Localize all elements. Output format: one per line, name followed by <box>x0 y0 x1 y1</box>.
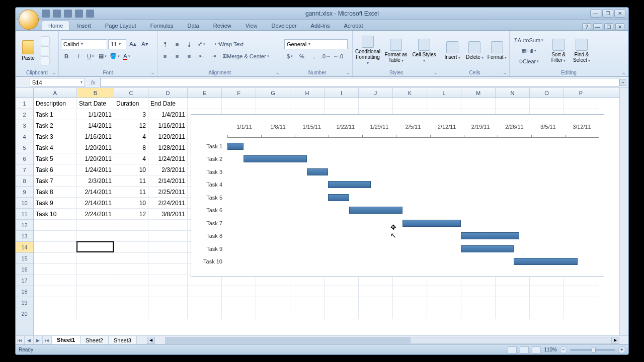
cell[interactable] <box>34 275 77 286</box>
align-right-icon[interactable]: ≡ <box>184 51 195 61</box>
hscroll-right-icon[interactable]: ▶ <box>611 337 619 344</box>
sheet-tab[interactable]: Sheet2 <box>80 336 109 344</box>
cell[interactable] <box>34 308 77 319</box>
row-header[interactable]: 18 <box>16 286 33 297</box>
cell[interactable]: End Date <box>148 98 188 109</box>
comma-icon[interactable]: , <box>308 51 319 61</box>
horizontal-scrollbar[interactable] <box>165 337 611 344</box>
row-header[interactable]: 1 <box>16 98 33 109</box>
shrink-font-icon[interactable]: A▾ <box>139 39 150 49</box>
border-button[interactable]: ▦ <box>97 51 108 61</box>
vertical-scrollbar[interactable] <box>619 88 628 335</box>
cell[interactable] <box>564 308 598 319</box>
column-header[interactable]: L <box>427 88 461 98</box>
gantt-bar[interactable] <box>461 245 514 252</box>
maximize-button[interactable]: ❐ <box>602 10 613 18</box>
cell[interactable]: 2/14/2011 <box>148 175 188 187</box>
cell[interactable]: 1/4/2011 <box>77 120 114 131</box>
cell[interactable] <box>359 286 393 297</box>
cell[interactable]: 4 <box>114 153 148 164</box>
cell[interactable] <box>77 220 114 231</box>
cell[interactable]: 1/4/2011 <box>148 109 188 120</box>
row-header[interactable]: 6 <box>16 153 33 164</box>
cell[interactable] <box>564 297 598 308</box>
cell[interactable] <box>34 231 77 242</box>
ribbon-tab-add-ins[interactable]: Add-Ins <box>304 21 337 30</box>
cell[interactable] <box>77 308 114 319</box>
view-layout-icon[interactable] <box>520 346 529 353</box>
currency-icon[interactable]: $ <box>284 51 295 61</box>
cell[interactable] <box>461 286 496 297</box>
increase-decimal-icon[interactable]: .0→ <box>320 51 332 61</box>
cell[interactable] <box>77 242 114 253</box>
row-header[interactable]: 14 <box>16 242 33 253</box>
cell[interactable] <box>148 220 188 231</box>
column-header[interactable]: I <box>325 88 359 98</box>
cell[interactable] <box>496 98 530 109</box>
row-header[interactable]: 13 <box>16 231 33 242</box>
cell[interactable]: Task 3 <box>34 131 77 142</box>
cell[interactable] <box>148 275 188 286</box>
cell[interactable]: Task 2 <box>34 120 77 131</box>
cell[interactable]: Duration <box>114 98 148 109</box>
cell[interactable] <box>530 308 564 319</box>
row-header[interactable]: 10 <box>16 198 33 209</box>
fx-button[interactable]: fx <box>88 78 98 87</box>
cell[interactable]: 2/3/2011 <box>148 164 188 175</box>
cell[interactable]: Task 7 <box>34 175 77 187</box>
cell[interactable] <box>461 98 496 109</box>
cell[interactable]: 10 <box>114 198 148 209</box>
hscroll-left-icon[interactable]: ◀ <box>147 337 155 344</box>
ribbon-tab-page-layout[interactable]: Page Layout <box>99 21 143 30</box>
ribbon-tab-acrobat[interactable]: Acrobat <box>338 21 370 30</box>
cell[interactable] <box>461 308 496 319</box>
close-button[interactable]: ✕ <box>614 10 625 18</box>
font-color-button[interactable]: A <box>121 51 132 61</box>
align-bottom-icon[interactable]: ⭳ <box>184 39 195 49</box>
cell[interactable]: Task 9 <box>34 198 77 209</box>
cell[interactable]: 8 <box>114 142 148 153</box>
cell[interactable]: 1/1/2011 <box>77 109 114 120</box>
cell[interactable] <box>77 286 114 297</box>
fill-button[interactable]: ▦ Fill <box>512 46 546 56</box>
autosum-button[interactable]: Σ AutoSum <box>512 35 546 45</box>
grow-font-icon[interactable]: A▴ <box>127 39 138 49</box>
cell[interactable] <box>114 297 148 308</box>
cell[interactable] <box>290 98 325 109</box>
minimize-button[interactable]: — <box>590 10 601 18</box>
cell[interactable]: Start Date <box>77 98 114 109</box>
align-top-icon[interactable]: ⭱ <box>159 39 171 49</box>
cell[interactable] <box>77 231 114 242</box>
row-header[interactable]: 9 <box>16 187 33 198</box>
cell[interactable] <box>188 297 222 308</box>
column-header[interactable]: C <box>114 88 148 98</box>
format-cells-button[interactable]: Format <box>487 34 507 67</box>
cell[interactable] <box>114 220 148 231</box>
cell[interactable]: 1/24/2011 <box>148 153 188 164</box>
cell[interactable] <box>34 242 77 253</box>
cell[interactable]: 12 <box>114 209 148 220</box>
row-header[interactable]: 7 <box>16 164 33 175</box>
sheet-nav-last-icon[interactable]: ⏭ <box>43 336 52 344</box>
doc-minimize-button[interactable]: — <box>593 23 602 30</box>
redo-icon[interactable] <box>64 10 72 18</box>
cell[interactable] <box>114 275 148 286</box>
insert-cells-button[interactable]: Insert <box>442 34 462 67</box>
underline-button[interactable]: U <box>85 51 96 61</box>
cell[interactable] <box>114 308 148 319</box>
cell[interactable] <box>496 297 530 308</box>
conditional-formatting-button[interactable]: Conditional Formatting <box>355 34 381 67</box>
cell[interactable] <box>188 308 222 319</box>
cell-styles-button[interactable]: Cell Styles <box>411 34 437 67</box>
copy-icon[interactable] <box>41 46 50 55</box>
sheet-tab[interactable]: Sheet3 <box>109 336 137 344</box>
gantt-bar[interactable] <box>227 143 244 150</box>
cell[interactable] <box>256 297 290 308</box>
ribbon-tab-review[interactable]: Review <box>207 21 238 30</box>
orientation-icon[interactable]: ⤢ <box>196 39 207 49</box>
cell[interactable]: 2/3/2011 <box>77 175 114 187</box>
cell[interactable] <box>564 286 598 297</box>
cell[interactable]: Task 1 <box>34 109 77 120</box>
cell[interactable] <box>34 286 77 297</box>
cell[interactable] <box>290 308 325 319</box>
